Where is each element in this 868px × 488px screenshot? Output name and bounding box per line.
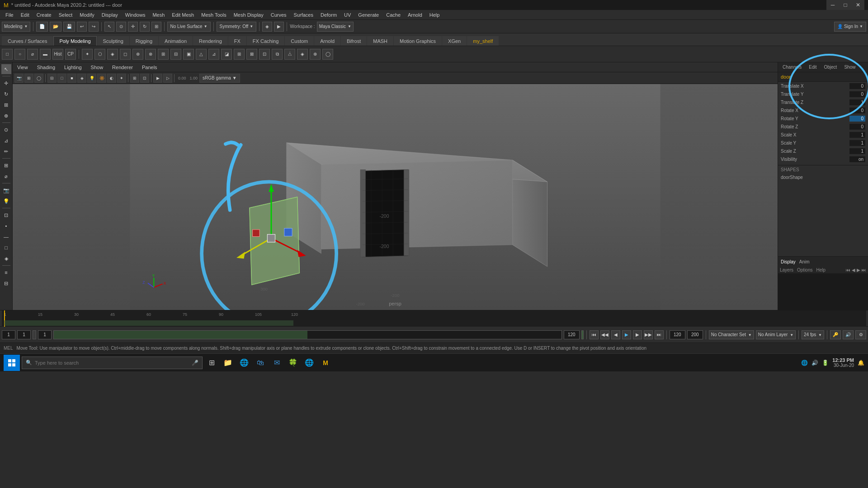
shelf-btn-cp[interactable]: CP <box>65 49 76 60</box>
tab-rendering[interactable]: Rendering <box>193 36 228 46</box>
step-back-btn[interactable]: ◀ <box>611 330 620 339</box>
shelf-btn-3[interactable]: ⌀ <box>27 49 38 60</box>
edge-tool[interactable]: — <box>1 232 11 242</box>
vp-cam-btn[interactable]: 📷 <box>14 74 24 83</box>
universal-tool[interactable]: ⊕ <box>1 111 11 121</box>
taskbar-chrome[interactable]: 🌐 <box>302 356 316 370</box>
tab-xgen[interactable]: XGen <box>442 36 467 46</box>
vp-wireframe-btn[interactable]: ⊟ <box>47 74 57 83</box>
mode-dropdown[interactable]: Modeling ▼ <box>2 22 30 32</box>
menu-edit[interactable]: Edit <box>17 10 33 20</box>
options-tool[interactable]: ⊟ <box>1 278 11 288</box>
no-anim-layer-btn[interactable]: No Anim Layer ▼ <box>756 330 796 339</box>
frame-current-input[interactable] <box>17 330 31 339</box>
shelf-btn-15[interactable]: ⊿ <box>208 49 219 60</box>
fps-btn[interactable]: 24 fps ▼ <box>802 330 824 339</box>
vp-bounding-btn[interactable]: ◈ <box>77 74 86 83</box>
shelf-btn-9[interactable]: ⊕ <box>132 49 143 60</box>
select-tool-btn[interactable]: ↖ <box>104 22 114 32</box>
shelf-btn-24[interactable]: ◯ <box>322 49 333 60</box>
scale-tool-btn[interactable]: ⊞ <box>151 22 161 32</box>
key-frame-btn[interactable]: 🔑 <box>830 330 841 339</box>
sign-in-btn[interactable]: 👤 Sign In ▼ <box>834 22 866 32</box>
attr-tool[interactable]: ≡ <box>1 267 11 277</box>
shelf-btn-2[interactable]: ○ <box>14 49 25 60</box>
vp-light-btn[interactable]: 💡 <box>87 74 96 83</box>
shelf-btn-4[interactable]: ▬ <box>40 49 51 60</box>
shelf-btn-21[interactable]: ⧊ <box>284 49 295 60</box>
rotate-tool[interactable]: ↻ <box>1 89 11 99</box>
viewport-menu-lighting[interactable]: Lighting <box>61 64 85 71</box>
channel-scale-z[interactable]: Scale Z 1 <box>778 147 868 155</box>
vp-hud-btn[interactable]: ⊡ <box>140 74 149 83</box>
channel-translate-x[interactable]: Translate X 0 <box>778 82 868 90</box>
snap-to-curve-tool[interactable]: ⌀ <box>1 171 11 181</box>
viewport-3d[interactable]: -200 -200 300 <box>13 84 778 310</box>
shelf-btn-7[interactable]: ◈ <box>107 49 118 60</box>
vp-ao-btn[interactable]: ◐ <box>107 74 116 83</box>
tab-fx[interactable]: FX <box>228 36 246 46</box>
snap-to-grid-tool[interactable]: ⊞ <box>1 160 11 170</box>
menu-deform[interactable]: Deform <box>317 10 340 20</box>
channel-translate-z[interactable]: Translate Z 1 <box>778 98 868 106</box>
settings-anim-btn[interactable]: ⚙ <box>855 330 866 339</box>
open-scene-btn[interactable]: 📂 <box>50 22 61 32</box>
paint-select-tool[interactable]: ✏ <box>1 146 11 156</box>
taskbar-maya[interactable]: M <box>318 356 333 370</box>
render-btn[interactable]: ▶ <box>274 22 284 32</box>
layer-tab-display[interactable]: Display <box>781 259 796 264</box>
undo-btn[interactable]: ↩ <box>77 22 87 32</box>
frame-end-input[interactable] <box>564 330 580 339</box>
channel-translate-y[interactable]: Translate Y 0 <box>778 90 868 98</box>
channel-tab-channels[interactable]: Channels <box>781 64 803 70</box>
shelf-btn-17[interactable]: ⊞ <box>234 49 245 60</box>
viewport-menu-show[interactable]: Show <box>88 64 106 71</box>
vp-xray-btn[interactable]: ✦ <box>117 74 126 83</box>
shelf-btn-20[interactable]: ⧉ <box>272 49 283 60</box>
tab-curves-surfaces[interactable]: Curves / Surfaces <box>2 36 53 46</box>
viewport-menu-panels[interactable]: Panels <box>139 64 160 71</box>
camera-tool[interactable]: 📷 <box>1 185 11 195</box>
tray-notifications[interactable]: 🔔 <box>858 360 864 366</box>
shelf-btn-10[interactable]: ⊗ <box>145 49 156 60</box>
play-btn[interactable]: ▶ <box>622 330 631 339</box>
redo-btn[interactable]: ↪ <box>89 22 99 32</box>
menu-help[interactable]: Help <box>426 10 443 20</box>
taskbar-store[interactable]: 🛍 <box>253 356 268 370</box>
channel-tab-edit[interactable]: Edit <box>807 64 818 70</box>
lasso-tool-btn[interactable]: ⊙ <box>116 22 126 32</box>
menu-uv[interactable]: UV <box>340 10 354 20</box>
channel-rotate-y[interactable]: Rotate Y 0 <box>778 114 868 122</box>
close-button[interactable]: ✕ <box>852 0 864 10</box>
menu-file[interactable]: File <box>2 10 17 20</box>
channel-tab-show[interactable]: Show <box>842 64 857 70</box>
shelf-btn-14[interactable]: △ <box>196 49 207 60</box>
menu-mesh-tools[interactable]: Mesh Tools <box>198 10 230 20</box>
menu-surfaces[interactable]: Surfaces <box>290 10 317 20</box>
workspace-dropdown[interactable]: Maya Classic ▼ <box>317 22 354 32</box>
menu-windows[interactable]: Windows <box>122 10 149 20</box>
menu-edit-mesh[interactable]: Edit Mesh <box>168 10 198 20</box>
no-character-set-btn[interactable]: No Character Set ▼ <box>709 330 754 339</box>
frame-start-input[interactable] <box>2 330 15 339</box>
tab-animation[interactable]: Animation <box>159 36 193 46</box>
taskbar-search[interactable]: 🔍 Type here to search 🎤 <box>22 357 203 369</box>
shelf-btn-1[interactable]: □ <box>2 49 13 60</box>
tab-bifrost[interactable]: Bifrost <box>341 36 367 46</box>
vp-smooth-btn[interactable]: □ <box>57 74 66 83</box>
tab-motion-graphics[interactable]: Motion Graphics <box>394 36 442 46</box>
rotate-tool-btn[interactable]: ↻ <box>140 22 150 32</box>
menu-modify[interactable]: Modify <box>76 10 98 20</box>
menu-curves[interactable]: Curves <box>267 10 290 20</box>
menu-display[interactable]: Display <box>98 10 122 20</box>
channel-tab-object[interactable]: Object <box>822 64 839 70</box>
viewport-menu-view[interactable]: View <box>14 64 31 71</box>
shelf-btn-23[interactable]: ⊕ <box>310 49 321 60</box>
tab-arnold[interactable]: Arnold <box>314 36 340 46</box>
menu-cache[interactable]: Cache <box>382 10 404 20</box>
tray-battery[interactable]: 🔋 <box>822 360 829 366</box>
layer-sub-options[interactable]: Options <box>797 267 812 272</box>
tray-sound[interactable]: 🔊 <box>811 360 818 366</box>
shelf-btn-11[interactable]: ⊞ <box>158 49 169 60</box>
layer-sub-layers[interactable]: Layers <box>780 267 793 272</box>
